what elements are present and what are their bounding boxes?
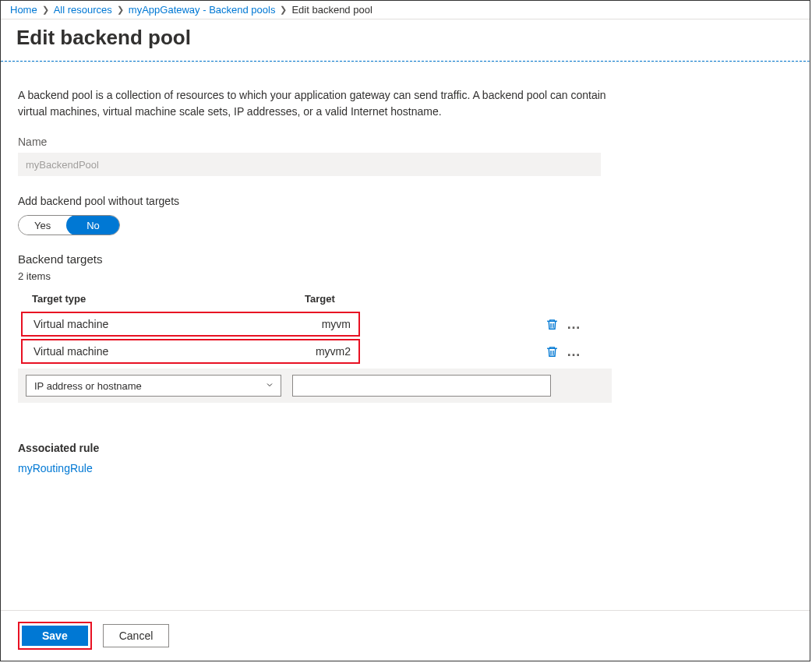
associated-rule-label: Associated rule	[18, 442, 793, 454]
col-target: Target	[305, 293, 375, 305]
target-type-cell: Virtual machine	[34, 345, 306, 358]
chevron-right-icon: ❯	[117, 5, 124, 15]
name-label: Name	[18, 136, 793, 148]
save-button[interactable]: Save	[22, 626, 88, 646]
target-row-highlight: Virtual machine myvm2	[21, 339, 360, 364]
toggle-yes[interactable]: Yes	[19, 216, 66, 235]
items-count: 2 items	[18, 270, 793, 282]
description-text: A backend pool is a collection of resour…	[18, 87, 610, 120]
target-name-cell: myvm2	[306, 345, 351, 358]
breadcrumb: Home ❯ All resources ❯ myAppGateway - Ba…	[1, 1, 810, 19]
add-target-row: IP address or hostname	[18, 369, 612, 403]
breadcrumb-all-resources[interactable]: All resources	[54, 4, 112, 16]
without-targets-toggle[interactable]: Yes No	[18, 215, 120, 235]
delete-icon[interactable]	[545, 345, 559, 358]
targets-header-row: Target type Target	[18, 293, 793, 309]
save-highlight: Save	[18, 622, 92, 650]
footer-bar: Save Cancel	[1, 610, 810, 661]
page-title: Edit backend pool	[16, 26, 810, 50]
target-type-cell: Virtual machine	[34, 318, 306, 330]
more-icon[interactable]: …	[567, 348, 582, 354]
associated-rule-section: Associated rule myRoutingRule	[18, 442, 793, 474]
toggle-no[interactable]: No	[66, 215, 120, 235]
delete-icon[interactable]	[545, 318, 559, 331]
target-row: Virtual machine myvm2 …	[18, 339, 793, 364]
target-row: Virtual machine myvm …	[18, 312, 793, 337]
breadcrumb-gateway[interactable]: myAppGateway - Backend pools	[129, 4, 276, 16]
breadcrumb-home[interactable]: Home	[10, 4, 37, 16]
more-icon[interactable]: …	[567, 321, 582, 327]
target-type-select[interactable]: IP address or hostname	[26, 375, 281, 397]
target-name-cell: myvm	[306, 318, 351, 330]
chevron-right-icon: ❯	[280, 5, 287, 15]
chevron-right-icon: ❯	[42, 5, 49, 15]
breadcrumb-current: Edit backend pool	[291, 4, 372, 16]
backend-targets-heading: Backend targets	[18, 252, 793, 266]
without-targets-label: Add backend pool without targets	[18, 195, 793, 207]
target-row-highlight: Virtual machine myvm	[21, 312, 360, 337]
chevron-down-icon	[265, 380, 274, 392]
target-type-select-value: IP address or hostname	[34, 380, 142, 392]
cancel-button[interactable]: Cancel	[103, 624, 170, 647]
col-target-type: Target type	[32, 293, 305, 305]
target-value-input[interactable]	[292, 375, 551, 397]
pool-name-input[interactable]	[18, 153, 601, 176]
associated-rule-link[interactable]: myRoutingRule	[18, 462, 93, 474]
